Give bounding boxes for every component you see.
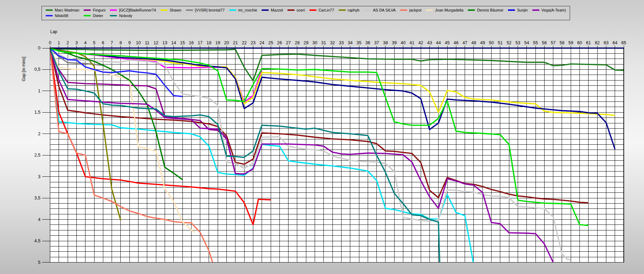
x-tick-label: 29 <box>304 40 308 45</box>
y-tick-label: 4,5 <box>35 238 40 243</box>
legend-swatch <box>84 9 91 11</box>
x-tick-label: 21 <box>233 40 238 45</box>
y-tick-label: 2 <box>38 131 40 136</box>
legend-item-nilski98: Nilski98 <box>46 14 79 18</box>
legend-item-jackpot: jackpot <box>400 8 421 12</box>
legend-item-mazzel: Mazzel <box>262 8 283 12</box>
gap-line-chart: 0123456789101112131415161718192021222324… <box>0 0 644 274</box>
y-tick-label: 2,5 <box>35 153 40 158</box>
x-tick-label: 46 <box>454 40 458 45</box>
legend-swatch <box>287 9 294 11</box>
x-tick-label: 20 <box>224 40 229 45</box>
legend-swatch <box>110 15 117 16</box>
x-tick-label: 27 <box>286 40 291 45</box>
y-axis: 00,511,522,533,544,55 <box>35 46 50 265</box>
x-tick-label: 53 <box>515 40 520 45</box>
x-tick-label: 50 <box>489 40 494 45</box>
legend-item-joan-murgadella: Joan Murgadella <box>426 8 463 12</box>
legend-item-raphyb: raphyb <box>339 8 360 12</box>
x-tick-label: 25 <box>268 40 273 45</box>
x-tick-label: 54 <box>524 40 529 45</box>
x-tick-label: 65 <box>621 40 626 45</box>
x-tick-label: 9 <box>128 40 131 45</box>
x-tick-label: 38 <box>383 40 388 45</box>
legend-label: Vega(A-Team) <box>541 8 566 12</box>
legend-label: [VVSR] brontal77 <box>195 8 225 12</box>
legend-label: Mazzel <box>271 8 283 12</box>
y-tick-label: 3,5 <box>35 196 40 200</box>
x-tick-label: 55 <box>533 40 538 45</box>
x-tick-label: 33 <box>339 40 344 45</box>
legend-label: Marc Madman <box>55 8 79 12</box>
x-tick-label: 44 <box>436 40 441 45</box>
x-tick-label: 5 <box>93 40 96 45</box>
legend-label: Nilski98 <box>55 14 68 18</box>
x-tick-label: 19 <box>215 40 220 45</box>
legend-swatch <box>426 9 433 11</box>
x-axis-title: Lap <box>50 29 57 34</box>
x-tick-label: 32 <box>330 40 335 45</box>
legend-label: Dieter <box>93 14 103 18</box>
x-tick-label: 51 <box>498 40 503 45</box>
legend-item--gcz-bladerunner74: [GCZ]BladeRunner74 <box>110 8 156 12</box>
y-tick-label: 0,5 <box>35 67 40 72</box>
legend-item-nobody: Nobody <box>110 14 156 18</box>
legend-item-shawn: Shawn <box>160 8 181 12</box>
x-tick-label: 26 <box>277 40 282 45</box>
x-tick-label: 34 <box>348 40 353 45</box>
x-tick-label: 13 <box>162 40 167 45</box>
x-tick-label: 15 <box>180 40 185 45</box>
legend-label: CarLin77 <box>319 8 334 12</box>
x-tick-label: 48 <box>471 40 476 45</box>
legend-swatch <box>46 9 53 11</box>
y-axis-title: Gap [in mins] <box>21 45 26 93</box>
x-tick-label: 58 <box>560 40 564 45</box>
legend-label: raphyb <box>348 8 360 12</box>
legend-label: Shawn <box>170 8 181 12</box>
x-tick-label: 63 <box>604 40 608 45</box>
x-tick-label: 49 <box>480 40 485 45</box>
x-tick-label: 57 <box>551 40 556 45</box>
legend-swatch <box>468 9 475 11</box>
legend-swatch <box>508 9 515 11</box>
legend-item-dennis-b-umer: Dennis Bäumer <box>468 8 503 12</box>
legend-label: AS DA SILVA <box>373 8 396 12</box>
x-tick-label: 62 <box>595 40 600 45</box>
x-tick-label: 18 <box>207 40 211 45</box>
x-tick-label: 43 <box>427 40 432 45</box>
legend-swatch <box>46 15 53 16</box>
legend-swatch <box>309 9 316 11</box>
x-tick-label: 1 <box>58 40 60 45</box>
legend-item-as-da-silva: AS DA SILVA <box>364 8 396 12</box>
legend-swatch <box>186 9 193 11</box>
race-gap-chart-window: 0123456789101112131415161718192021222324… <box>0 0 644 274</box>
x-tick-label: 7 <box>111 40 113 45</box>
x-tick-label: 2 <box>67 40 69 45</box>
x-tick-label: 56 <box>542 40 547 45</box>
y-tick-label: 1 <box>38 89 40 93</box>
legend-label: Finguni <box>93 8 105 12</box>
legend-item-marc-madman: Marc Madman <box>46 8 79 12</box>
x-tick-label: 24 <box>260 40 264 45</box>
legend-item-sunjin: Sunjin <box>508 8 528 12</box>
x-tick-label: 47 <box>463 40 467 45</box>
x-tick-label: 4 <box>84 40 87 45</box>
y-tick-label: 4 <box>38 217 40 222</box>
legend-label: Joan Murgadella <box>435 8 463 12</box>
x-tick-label: 12 <box>153 40 158 45</box>
legend-label: Dennis Bäumer <box>477 8 503 12</box>
legend-label: [GCZ]BladeRunner74 <box>119 8 156 12</box>
legend-label: soeri <box>297 8 305 12</box>
x-tick-label: 28 <box>295 40 300 45</box>
legend-item--vvsr-brontal77: [VVSR] brontal77 <box>186 8 225 12</box>
legend-label: mr_roschie <box>238 8 257 12</box>
legend-item-vega-a-team-: Vega(A-Team) <box>532 8 566 12</box>
x-tick-label: 16 <box>189 40 194 45</box>
x-tick-label: 36 <box>365 40 370 45</box>
x-tick-label: 60 <box>577 40 582 45</box>
legend-item-dieter: Dieter <box>84 14 105 18</box>
x-tick-label: 37 <box>374 40 379 45</box>
x-tick-label: 17 <box>198 40 203 45</box>
x-tick-label: 0 <box>49 40 51 45</box>
legend-label: Nobody <box>119 14 132 18</box>
